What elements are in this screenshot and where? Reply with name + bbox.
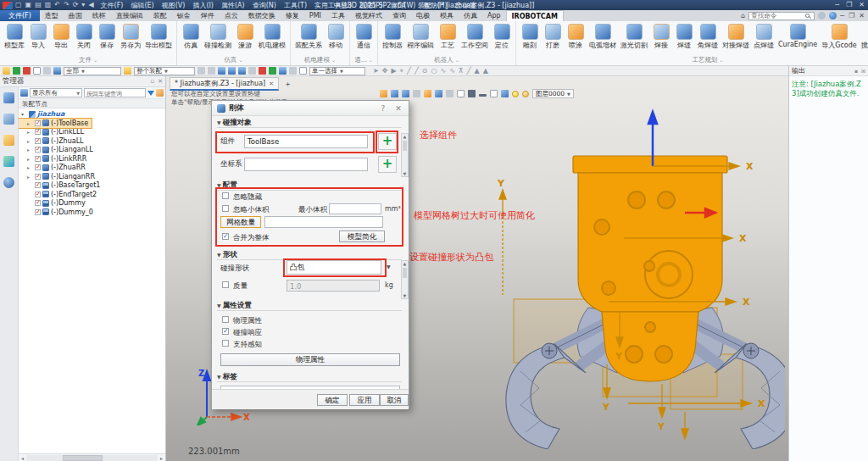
ribbon-tab[interactable]: 数据交换 (243, 10, 281, 21)
ribbon-button[interactable]: 喷涂 (565, 23, 587, 51)
ribbon-button[interactable]: 导入 (27, 23, 49, 51)
visibility-checkbox[interactable] (35, 200, 41, 206)
mesh-count-field[interactable] (264, 216, 383, 228)
scope-combo[interactable]: 整个装配▼ (134, 67, 195, 75)
add-component-button[interactable]: + (378, 133, 397, 150)
menu-item[interactable]: 视图(V) (162, 1, 186, 10)
visibility-checkbox[interactable] (35, 138, 41, 144)
collision-shape-combo[interactable]: 凸包 (287, 260, 381, 275)
lightbulb-layer-icon[interactable] (522, 91, 529, 97)
scrollbar-thumb[interactable] (63, 455, 103, 461)
ribbon-button[interactable]: 漫游 (234, 23, 256, 51)
shade-options-icon[interactable] (501, 90, 509, 97)
tab-close-icon[interactable]: ✕ (269, 81, 274, 87)
account-icon[interactable] (829, 12, 837, 19)
ribbon-button[interactable]: 仿真 (180, 23, 202, 51)
visibility-checkbox[interactable] (35, 182, 41, 188)
tree-node[interactable]: (-)LinkLLL (19, 128, 165, 137)
ribbon-tab[interactable]: 仿真 (459, 10, 482, 21)
circle-point-icon[interactable]: ⊙ (422, 67, 428, 75)
ribbon-button[interactable]: 装配关系 (293, 23, 324, 51)
redo-icon[interactable]: ↷ (64, 1, 70, 9)
list-view-icon[interactable] (198, 67, 205, 75)
menu-item[interactable]: 文件(F) (101, 1, 124, 10)
command-search[interactable] (748, 12, 815, 20)
combo-caret-icon[interactable]: ▼ (387, 264, 391, 269)
tree-node[interactable]: (-)Dummy (19, 199, 165, 208)
menu-item[interactable]: 插入(I) (192, 1, 214, 10)
ribbon-button[interactable]: 关闭 (73, 23, 95, 51)
pick-cursor-icon[interactable] (3, 67, 10, 75)
visibility-checkbox[interactable] (35, 156, 41, 162)
blank-frame-icon[interactable] (299, 67, 307, 75)
section-tag[interactable]: 标签 (217, 372, 402, 382)
ribbon-button[interactable]: 碰撞检测 (203, 23, 233, 51)
ribbon-button[interactable]: 工艺 (437, 23, 459, 51)
ribbon-tab[interactable]: 装配 (148, 10, 172, 21)
layer-manager-icon[interactable] (3, 135, 14, 146)
simulation-manager-icon[interactable] (3, 156, 14, 167)
ribbon-tab[interactable]: 查询 (387, 10, 411, 21)
wireframe-view-icon[interactable] (402, 90, 409, 97)
output-pin-icon[interactable]: ▪ (854, 68, 858, 74)
ribbon-button[interactable]: 搅拌摩擦焊 (860, 23, 868, 51)
ribbon-tab[interactable]: 工具 (326, 10, 350, 21)
qat-dropdown-icon[interactable]: ▾ (81, 1, 85, 9)
ribbon-button[interactable]: 控制器 (381, 23, 404, 51)
dialog-titlebar[interactable]: 刚体 ? ✕ (212, 101, 409, 116)
pointer-icon[interactable]: ➤ (373, 67, 379, 75)
visibility-checkbox[interactable] (35, 129, 41, 135)
detail-view-icon[interactable] (208, 67, 215, 75)
folder-open-icon[interactable] (269, 67, 276, 75)
section-config[interactable]: 配置 (217, 181, 402, 191)
expand-caret-icon[interactable] (27, 120, 33, 126)
visibility-checkbox[interactable] (35, 147, 41, 153)
pick-edge-icon[interactable] (228, 67, 236, 75)
ribbon-button[interactable]: 机电建模 (257, 23, 287, 51)
tree-node[interactable]: (-)Dummy_0 (19, 208, 165, 217)
home-icon[interactable]: ⌂ (741, 12, 745, 19)
section-view-icon[interactable] (435, 90, 442, 97)
shaded-view-icon[interactable] (391, 90, 398, 97)
command-search-input[interactable] (749, 13, 805, 19)
dialog-scrollbar2[interactable] (401, 260, 409, 299)
scroll-left-icon[interactable]: ◂ (19, 455, 26, 461)
ribbon-tab[interactable]: 模具 (435, 10, 459, 21)
frame-icon[interactable] (457, 90, 465, 97)
window-select-icon[interactable] (33, 67, 41, 75)
panel-close-icon[interactable]: ✕ (158, 78, 163, 85)
tree-search-input[interactable] (85, 91, 145, 98)
isometric-view-icon[interactable] (424, 90, 431, 97)
mass-field[interactable]: 1.0 (287, 280, 380, 292)
document-tab[interactable]: * Jiazhua案例.Z3 - [jiazhua] ✕ (170, 77, 279, 91)
tree-node[interactable]: (-)EndTarget2 (19, 190, 165, 199)
target-icon[interactable]: ⌖ (400, 67, 404, 75)
new-tab-icon[interactable]: ＋ (284, 79, 292, 90)
min-volume-field[interactable] (329, 203, 381, 214)
clear-filter-icon[interactable] (156, 89, 164, 97)
ribbon-button[interactable]: 对接焊缝 (721, 23, 751, 51)
pick-vertex-icon[interactable] (238, 67, 246, 75)
ribbon-button[interactable]: 程序编辑 (405, 23, 436, 51)
menu-item[interactable]: 编辑(E) (131, 1, 153, 10)
mesh-count-button[interactable]: 网格数量 (220, 216, 261, 228)
display-mode-icon[interactable] (468, 90, 476, 97)
visibility-checkbox[interactable] (35, 120, 41, 126)
ribbon-button[interactable]: 角焊缝 (696, 23, 720, 51)
ribbon-button[interactable]: 雕刻 (519, 23, 541, 51)
ribbon-tab[interactable]: 修复 (281, 10, 304, 21)
doc-restore-icon[interactable]: ❐ (849, 12, 854, 19)
filter-funnel-icon[interactable] (147, 91, 154, 96)
undo-icon[interactable]: ↶ (54, 1, 60, 9)
section-collision-object[interactable]: 碰撞对象 (217, 118, 402, 128)
surface-icon[interactable]: ▲ (475, 67, 480, 75)
play-icon[interactable]: ▶ (391, 67, 396, 75)
collapse-icon[interactable]: ◀ (88, 1, 93, 9)
lasso-select-icon[interactable] (43, 67, 51, 75)
polyline-icon[interactable]: ╱ (415, 67, 419, 75)
ribbon-tab[interactable]: 视觉样式 (350, 10, 387, 21)
doc-minimize-icon[interactable]: ─ (840, 12, 844, 19)
physical-properties-button[interactable]: 物理属性 (220, 353, 400, 366)
tree-node[interactable]: (-)ZhuaRR (19, 164, 165, 173)
settings-icon[interactable] (818, 12, 826, 19)
